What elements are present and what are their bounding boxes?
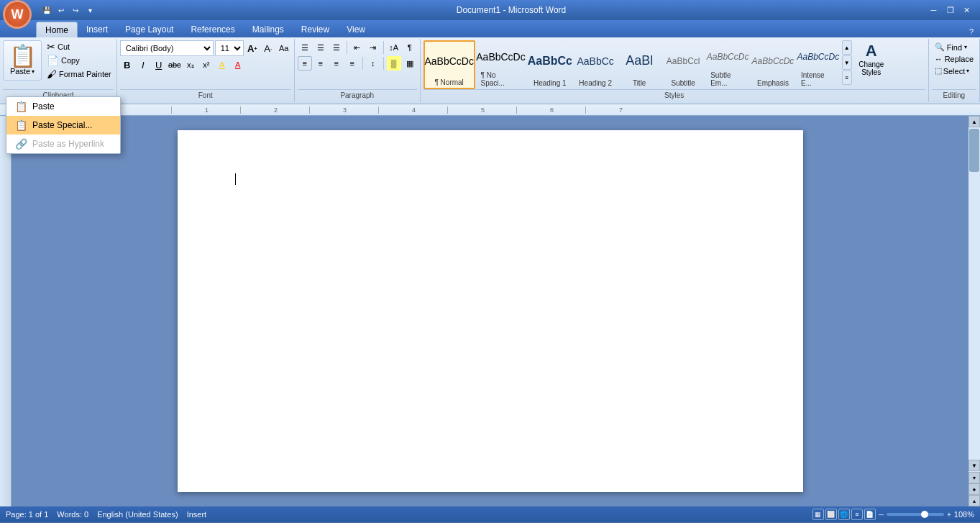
scroll-next-page[interactable]: ▾: [968, 472, 980, 483]
paste-item-icon: 📋: [15, 101, 27, 112]
format-painter-button[interactable]: 🖌 Format Painter: [45, 68, 114, 81]
cut-button[interactable]: ✂ Cut: [45, 40, 114, 53]
subscript-button[interactable]: x₂: [183, 58, 198, 72]
paste-label-area: Paste ▾: [10, 67, 35, 76]
style-no-spacing[interactable]: AaBbCcDc ¶ No Spaci...: [476, 40, 526, 89]
styles-expand[interactable]: ≡: [842, 71, 852, 85]
grow-font-button[interactable]: A+: [245, 41, 260, 55]
borders-button[interactable]: ▦: [403, 56, 417, 71]
minimize-button[interactable]: ─: [926, 3, 941, 18]
paste-dropdown-paste[interactable]: 📋 Paste: [6, 97, 120, 116]
tab-home[interactable]: Home: [36, 22, 78, 37]
justify-button[interactable]: ≡: [345, 56, 360, 71]
font-color-button[interactable]: A: [231, 58, 245, 72]
paragraph-group-label: Paragraph: [298, 89, 417, 101]
font-family-select[interactable]: Calibri (Body): [120, 40, 214, 56]
tab-review[interactable]: Review: [293, 22, 338, 37]
paste-button[interactable]: 📋 Paste ▾: [3, 40, 42, 81]
zoom-out-button[interactable]: ─: [879, 511, 884, 519]
styles-group: AaBbCcDc ¶ Normal AaBbCcDc ¶ No Spaci...…: [421, 39, 929, 102]
zoom-slider[interactable]: [887, 513, 944, 516]
paste-dropdown-arrow[interactable]: ▾: [32, 68, 35, 75]
para-divider-1: [347, 41, 347, 54]
multilevel-list-button[interactable]: ☰: [329, 40, 344, 55]
style-normal[interactable]: AaBbCcDc ¶ Normal: [423, 40, 475, 89]
ruler-mark-6: 6: [516, 106, 585, 114]
increase-indent-button[interactable]: ⇥: [366, 40, 380, 55]
office-button[interactable]: W: [3, 0, 32, 29]
styles-scroll-down[interactable]: ▼: [842, 55, 852, 70]
style-intense[interactable]: AaBbCcDc Intense E...: [796, 40, 841, 89]
zoom-level[interactable]: 108%: [954, 510, 974, 519]
language-indicator[interactable]: English (United States): [97, 510, 178, 519]
zoom-in-button[interactable]: +: [947, 511, 951, 519]
print-layout-button[interactable]: ▦: [812, 509, 824, 520]
sort-button[interactable]: ↕A: [387, 40, 401, 55]
word-count: Words: 0: [57, 510, 88, 519]
align-right-button[interactable]: ≡: [329, 56, 344, 71]
style-heading1[interactable]: AaBbCc Heading 1: [526, 40, 573, 89]
full-screen-button[interactable]: ⬜: [825, 509, 837, 520]
change-styles-icon: A: [866, 42, 877, 60]
clear-formatting-button[interactable]: Aa: [277, 41, 291, 55]
customize-qa-button[interactable]: ▾: [83, 4, 96, 17]
shading-button[interactable]: ▒: [387, 56, 401, 71]
change-styles-button[interactable]: A Change Styles: [853, 40, 889, 78]
tab-page-layout[interactable]: Page Layout: [116, 22, 182, 37]
scroll-thumb[interactable]: [969, 129, 979, 172]
italic-button[interactable]: I: [136, 58, 150, 72]
font-size-select[interactable]: 11: [215, 40, 244, 56]
tab-view[interactable]: View: [338, 22, 374, 37]
style-title[interactable]: AaBl Title: [618, 40, 661, 89]
clipboard-right-buttons: ✂ Cut 📄 Copy 🖌 Format Painter: [45, 40, 114, 81]
scroll-prev-page[interactable]: ▴: [968, 495, 980, 506]
redo-qa-button[interactable]: ↪: [69, 4, 82, 17]
show-marks-button[interactable]: ¶: [403, 40, 417, 55]
clipboard-section: 📋 Paste ▾ ✂ Cut 📄 Copy: [3, 40, 114, 81]
help-button[interactable]: ?: [966, 26, 977, 37]
tab-references[interactable]: References: [182, 22, 243, 37]
style-heading2[interactable]: AaBbCc Heading 2: [574, 40, 617, 89]
tab-insert[interactable]: Insert: [78, 22, 116, 37]
para-row-1: ☰ ☰ ☰ ⇤ ⇥ ↕A ¶: [298, 40, 417, 55]
format-painter-icon: 🖌: [47, 68, 57, 80]
replace-button[interactable]: ↔ Replace: [932, 54, 976, 64]
strikethrough-button[interactable]: abc: [168, 58, 182, 72]
insert-mode[interactable]: Insert: [187, 510, 207, 519]
numbered-list-button[interactable]: ☰: [313, 40, 328, 55]
style-subtle-em[interactable]: AaBbCcDc Subtle Em...: [705, 40, 750, 89]
draft-view-button[interactable]: 📄: [864, 509, 876, 520]
shrink-font-button[interactable]: A-: [261, 41, 275, 55]
superscript-button[interactable]: x²: [199, 58, 214, 72]
document-area[interactable]: [12, 116, 968, 506]
find-button[interactable]: 🔍 Find ▾: [932, 42, 970, 53]
close-button[interactable]: ✕: [959, 3, 974, 18]
scroll-up-button[interactable]: ▲: [968, 116, 980, 127]
vertical-scrollbar[interactable]: ▲ ▼ ▾ ● ▴: [968, 116, 980, 506]
restore-button[interactable]: ❐: [943, 3, 958, 18]
line-spacing-button[interactable]: ↕: [366, 56, 380, 71]
tab-mailings[interactable]: Mailings: [244, 22, 293, 37]
center-button[interactable]: ≡: [313, 56, 328, 71]
text-highlight-button[interactable]: A: [215, 58, 229, 72]
style-subtitle[interactable]: AaBbCcl Subtitle: [661, 40, 705, 89]
select-button[interactable]: ⬚ Select ▾: [932, 65, 973, 76]
scroll-browse-object[interactable]: ●: [968, 483, 980, 495]
editing-group-content: 🔍 Find ▾ ↔ Replace ⬚ Select ▾: [932, 40, 976, 89]
style-emphasis[interactable]: AaBbCcDc Emphasis: [751, 40, 795, 89]
document-page[interactable]: [178, 130, 803, 492]
bold-button[interactable]: B: [120, 58, 134, 72]
styles-scroll-up[interactable]: ▲: [842, 40, 852, 55]
underline-button[interactable]: U: [152, 58, 166, 72]
bullets-button[interactable]: ☰: [298, 40, 312, 55]
decrease-indent-button[interactable]: ⇤: [350, 40, 365, 55]
style-heading2-preview: AaBbCc: [577, 42, 613, 79]
align-left-button[interactable]: ≡: [298, 56, 312, 71]
save-qa-button[interactable]: 💾: [40, 4, 53, 17]
paste-dropdown-paste-special[interactable]: 📋 Paste Special...: [6, 116, 120, 135]
copy-button[interactable]: 📄 Copy: [45, 54, 114, 67]
web-layout-button[interactable]: 🌐: [838, 509, 850, 520]
outline-view-button[interactable]: ≡: [851, 509, 863, 520]
undo-qa-button[interactable]: ↩: [55, 4, 68, 17]
scroll-down-button[interactable]: ▼: [968, 460, 980, 471]
